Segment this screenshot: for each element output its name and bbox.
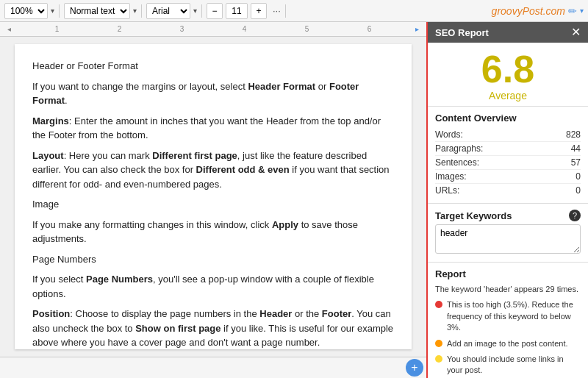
main-area: ◂ 1 2 3 4 5 6 ▸ Header or Footer Format …: [0, 22, 588, 378]
zoom-select[interactable]: 100%: [4, 3, 48, 19]
seo-stat-paragraphs-value: 44: [571, 143, 581, 154]
font-size-input[interactable]: [226, 3, 248, 19]
font-size-increase-button[interactable]: +: [251, 3, 267, 19]
brand-highlight: groovy: [492, 5, 523, 17]
seo-stat-paragraphs-label: Paragraphs:: [435, 143, 483, 154]
seo-panel-header: SEO Report ✕: [428, 22, 588, 43]
report-dot-orange: [435, 340, 442, 347]
ruler-mark-6: 6: [368, 25, 372, 33]
report-item-3: Add an image to the post content.: [435, 338, 581, 349]
style-select[interactable]: Normal text: [64, 3, 130, 19]
heading-image-1: Image: [32, 197, 394, 212]
ruler-marks: 1 2 3 4 5 6: [11, 25, 415, 33]
ruler: ◂ 1 2 3 4 5 6 ▸: [0, 22, 426, 37]
report-item-4: You should include some links in your po…: [435, 354, 581, 377]
seo-panel: SEO Report ✕ 6.8 Average Content Overvie…: [426, 22, 588, 378]
heading-header-footer: Header or Footer Format: [32, 59, 394, 74]
seo-keywords-title: Target Keywords: [435, 210, 512, 221]
ruler-mark-1: 1: [55, 25, 60, 33]
toolbar-chevron-style: ▾: [133, 7, 137, 15]
toolbar-divider-1: [59, 4, 60, 18]
para-page-numbers-intro: If you select Page Numbers, you'll see a…: [32, 272, 394, 301]
seo-keywords-section: Target Keywords ? header: [428, 204, 588, 263]
seo-help-icon[interactable]: ?: [569, 210, 581, 221]
seo-keywords-header: Target Keywords ?: [435, 210, 581, 221]
brand-text: groovyPost.com: [492, 5, 565, 17]
ruler-mark-2: 2: [118, 25, 122, 33]
report-item-3-text: Add an image to the post content.: [447, 338, 568, 349]
seo-stat-images-label: Images:: [435, 171, 467, 182]
seo-stat-words-label: Words:: [435, 129, 463, 140]
bottom-bar: +: [0, 357, 426, 378]
report-item-1-text: The keyword 'header' appears 29 times.: [435, 284, 578, 295]
toolbar-chevron-font: ▾: [193, 7, 197, 15]
toolbar-divider-2: [141, 4, 142, 18]
add-button[interactable]: +: [406, 359, 423, 377]
para-margins: Margins: Enter the amount in inches that…: [32, 114, 394, 143]
toolbar-divider-3: [201, 4, 202, 18]
heading-page-numbers: Page Numbers: [32, 252, 394, 267]
para-position: Position: Choose to display the page num…: [32, 307, 394, 349]
seo-score-section: 6.8 Average: [428, 43, 588, 107]
report-item-1: The keyword 'header' appears 29 times.: [435, 284, 581, 295]
document-area: ◂ 1 2 3 4 5 6 ▸ Header or Footer Format …: [0, 22, 426, 378]
ruler-right-arrow: ▸: [415, 25, 419, 33]
ruler-mark-4: 4: [243, 25, 247, 33]
report-item-2: This is too high (3.5%). Reduce the freq…: [435, 299, 581, 333]
report-dot-red: [435, 301, 442, 308]
toolbar-chevron-zoom: ▾: [51, 7, 54, 15]
seo-content-overview-title: Content Overview: [435, 113, 581, 124]
toolbar-divider-4: [285, 4, 286, 18]
seo-panel-title: SEO Report: [435, 27, 489, 38]
para-apply: If you make any formatting changes in th…: [32, 218, 394, 246]
para-layout: Layout: Here you can mark Different firs…: [32, 149, 394, 192]
seo-close-button[interactable]: ✕: [571, 26, 581, 38]
seo-score-number: 6.8: [428, 50, 588, 88]
seo-stat-sentences: Sentences: 57: [435, 156, 581, 170]
ruler-mark-5: 5: [305, 25, 309, 33]
seo-stat-urls: URLs: 0: [435, 184, 581, 197]
para-select-format: If you want to change the margins or lay…: [32, 79, 394, 108]
font-select[interactable]: Arial: [146, 3, 190, 19]
toolbar-chevron-brand: ▾: [580, 7, 584, 15]
report-dot-yellow: [435, 355, 442, 363]
report-item-2-text: This is too high (3.5%). Reduce the freq…: [447, 299, 581, 333]
document-page: Header or Footer Format If you want to c…: [15, 44, 412, 349]
font-size-decrease-button[interactable]: −: [207, 3, 223, 19]
report-item-4-text: You should include some links in your po…: [447, 354, 581, 377]
ruler-mark-3: 3: [180, 25, 184, 33]
seo-stat-paragraphs: Paragraphs: 44: [435, 142, 581, 156]
seo-report-title: Report: [435, 268, 581, 279]
brand-rest: Post.com: [523, 5, 565, 17]
toolbar: 100% ▾ Normal text ▾ Arial ▾ − + ··· gro…: [0, 0, 588, 22]
seo-stat-sentences-value: 57: [571, 157, 581, 168]
edit-pencil-button[interactable]: ✏: [568, 5, 577, 17]
seo-stat-words: Words: 828: [435, 128, 581, 142]
seo-content-overview-section: Content Overview Words: 828 Paragraphs: …: [428, 107, 588, 204]
seo-stat-urls-value: 0: [576, 185, 581, 196]
seo-stat-images: Images: 0: [435, 170, 581, 184]
more-options-dots: ···: [273, 5, 281, 16]
seo-stat-images-value: 0: [576, 171, 581, 182]
seo-stat-urls-label: URLs:: [435, 185, 459, 196]
seo-report-section: Report The keyword 'header' appears 29 t…: [428, 263, 588, 378]
seo-keywords-input[interactable]: header: [435, 224, 581, 254]
seo-score-label: Average: [428, 90, 588, 101]
seo-stat-sentences-label: Sentences:: [435, 157, 479, 168]
seo-stat-words-value: 828: [566, 129, 581, 140]
